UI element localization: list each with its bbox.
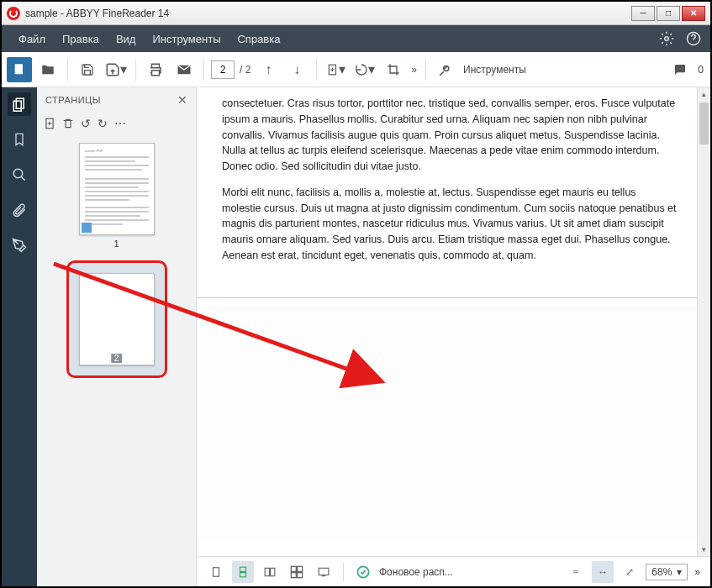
tools-label[interactable]: Инструменты — [463, 64, 526, 76]
page-down-button[interactable]: ↓ — [284, 57, 309, 82]
page-thumbnail-2[interactable]: 2 — [57, 260, 176, 378]
page-thumbnail-1[interactable]: sample PDF 1 — [57, 143, 176, 249]
single-page-icon[interactable] — [205, 561, 227, 583]
status-text: Фоновое расп... — [379, 566, 453, 578]
status-check-icon — [352, 561, 374, 583]
add-page-icon[interactable] — [44, 117, 55, 130]
rotate-cw-icon[interactable]: ↻ — [98, 117, 108, 130]
titlebar: sample - ABBYY FineReader 14 ─ □ ✕ — [2, 2, 710, 25]
open-button[interactable] — [35, 57, 61, 82]
menu-edit[interactable]: Правка — [54, 33, 108, 45]
minimize-button[interactable]: ─ — [631, 6, 655, 21]
two-page-icon[interactable] — [259, 561, 281, 583]
rail-search-icon[interactable] — [8, 163, 31, 186]
rotate-ccw-icon[interactable]: ↺ — [81, 117, 91, 130]
svg-rect-12 — [240, 572, 246, 576]
bottom-bar: Фоновое расп... ＝ ↔ ⤢ 68% ▾ » — [197, 556, 710, 586]
scroll-down-icon[interactable]: ▾ — [698, 543, 710, 556]
app-icon — [7, 7, 20, 20]
rail-attach-icon[interactable] — [8, 198, 31, 222]
page-total-label: / 2 — [240, 64, 251, 76]
main-toolbar: ▾ / 2 ↑ ↓ ▾ ▾ » Инструменты 0 — [2, 52, 710, 87]
pages-panel-tools: ↺ ↻ ⋯ — [37, 113, 196, 134]
page-separator — [197, 297, 710, 298]
doc-paragraph-2: Morbi elit nunc, facilisis a, mollis a, … — [222, 185, 677, 264]
vertical-scrollbar[interactable]: ▴ ▾ — [697, 87, 710, 556]
menu-tools[interactable]: Инструменты — [144, 33, 229, 45]
svg-rect-14 — [271, 568, 275, 575]
fullscreen-icon[interactable] — [313, 561, 335, 583]
crop-button[interactable] — [381, 57, 406, 82]
menu-file[interactable]: Файл — [10, 33, 54, 45]
fit-page-icon[interactable]: ⤢ — [619, 561, 641, 583]
add-page-button[interactable]: ▾ — [324, 57, 349, 82]
svg-rect-15 — [291, 566, 296, 571]
new-button[interactable] — [7, 57, 32, 82]
document-scroll[interactable]: consectetuer. Cras risus tortor, porttit… — [197, 87, 710, 556]
two-continuous-icon[interactable] — [286, 561, 308, 583]
rail-pages-icon[interactable] — [8, 92, 31, 116]
toolbox-icon[interactable] — [433, 57, 458, 82]
document-area: consectetuer. Cras risus tortor, porttit… — [197, 87, 710, 586]
thumb-1-number: 1 — [113, 239, 119, 249]
chevron-down-icon: ▾ — [677, 566, 682, 578]
doc-paragraph-1: consectetuer. Cras risus tortor, porttit… — [222, 96, 677, 175]
continuous-page-icon[interactable] — [232, 561, 254, 583]
svg-rect-19 — [319, 568, 329, 575]
thumb-2-number: 2 — [111, 354, 123, 363]
svg-rect-17 — [291, 572, 296, 577]
window-title: sample - ABBYY FineReader 14 — [25, 8, 631, 19]
fit-height-icon[interactable]: ＝ — [565, 561, 587, 583]
delete-page-icon[interactable] — [62, 117, 74, 130]
print-button[interactable] — [143, 57, 168, 82]
scroll-up-icon[interactable]: ▴ — [698, 87, 710, 101]
comments-count: 0 — [698, 64, 704, 76]
maximize-button[interactable]: □ — [657, 6, 680, 21]
pages-panel: СТРАНИЦЫ ✕ ↺ ↻ ⋯ sample PDF — [37, 87, 197, 586]
more-bottom-chevron[interactable]: » — [694, 566, 700, 578]
svg-rect-16 — [298, 566, 303, 571]
rail-sign-icon[interactable] — [8, 234, 31, 257]
scroll-thumb[interactable] — [699, 102, 709, 144]
menubar: Файл Правка Вид Инструменты Справка — [2, 25, 710, 52]
page-number-input[interactable] — [211, 60, 235, 79]
page-up-button[interactable]: ↑ — [256, 57, 281, 82]
fit-width-icon[interactable]: ↔ — [592, 561, 614, 583]
svg-rect-13 — [265, 568, 269, 575]
svg-rect-3 — [152, 70, 160, 75]
blank-page-2 — [197, 305, 710, 540]
svg-point-7 — [13, 169, 23, 178]
help-icon[interactable] — [685, 30, 702, 47]
left-rail — [2, 87, 37, 586]
zoom-value: 68% — [651, 566, 672, 578]
pages-panel-title: СТРАНИЦЫ — [45, 95, 101, 105]
comments-icon[interactable] — [667, 57, 693, 82]
save-as-button[interactable]: ▾ — [103, 57, 129, 82]
menu-help[interactable]: Справка — [229, 33, 288, 45]
rotate-button[interactable]: ▾ — [352, 57, 377, 82]
rail-bookmark-icon[interactable] — [8, 128, 31, 151]
pages-panel-close-icon[interactable]: ✕ — [177, 93, 188, 107]
svg-rect-18 — [298, 572, 303, 577]
svg-point-0 — [665, 37, 669, 41]
more-chevron[interactable]: » — [411, 64, 417, 76]
settings-icon[interactable] — [658, 30, 675, 47]
close-button[interactable]: ✕ — [682, 6, 705, 21]
email-button[interactable] — [171, 57, 197, 82]
menu-view[interactable]: Вид — [108, 33, 145, 45]
svg-rect-2 — [15, 64, 23, 74]
svg-rect-11 — [240, 567, 246, 571]
svg-rect-5 — [16, 98, 24, 108]
svg-rect-10 — [214, 567, 219, 576]
zoom-dropdown[interactable]: 68% ▾ — [646, 564, 688, 580]
save-button[interactable] — [75, 57, 100, 82]
svg-rect-6 — [13, 101, 21, 111]
more-icon[interactable]: ⋯ — [114, 117, 126, 130]
